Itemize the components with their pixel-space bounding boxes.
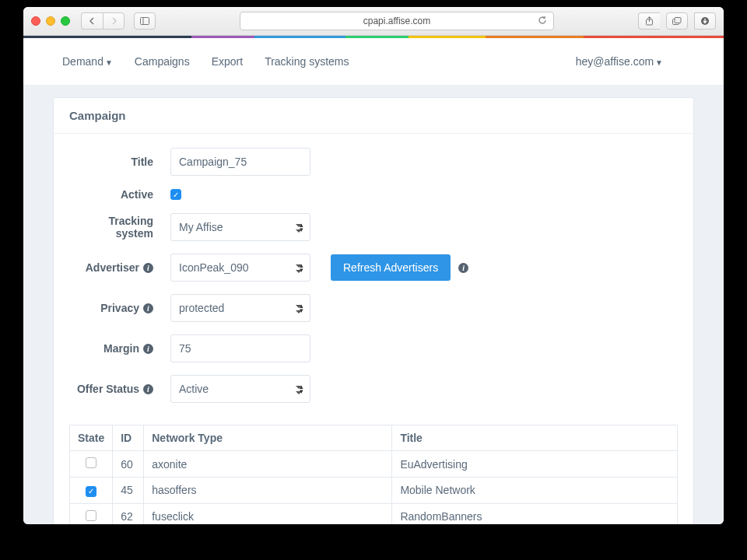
- browser-window: cpapi.affise.com Demand▼ Campaigns Expor…: [23, 7, 724, 524]
- offer-status-select-value: Active: [179, 383, 209, 395]
- row-checkbox[interactable]: [86, 457, 96, 468]
- svg-rect-4: [675, 17, 681, 23]
- table-row: 60axoniteEuAdvertising: [70, 451, 678, 478]
- campaign-panel: Campaign Title Active ✓ Tracking system …: [53, 97, 694, 524]
- share-button[interactable]: [638, 12, 660, 30]
- row-tracking: Tracking system My Affise ▴▾: [69, 213, 678, 241]
- sidebar-toggle-button[interactable]: [134, 12, 156, 30]
- col-network: Network Type: [144, 425, 392, 451]
- maximize-window-icon[interactable]: [61, 16, 70, 26]
- cell-title: RandomBanners: [392, 503, 678, 524]
- main-nav: Demand▼ Campaigns Export Tracking system…: [23, 38, 724, 85]
- label-offer-status-text: Offer Status: [77, 383, 139, 395]
- info-icon[interactable]: i: [458, 263, 468, 273]
- cell-state: [70, 503, 113, 524]
- info-icon[interactable]: i: [143, 263, 153, 273]
- margin-input-wrapper: [170, 334, 310, 362]
- downloads-button[interactable]: [694, 12, 716, 30]
- margin-input[interactable]: [179, 342, 302, 355]
- tracking-select-value: My Affise: [179, 221, 223, 233]
- row-checkbox[interactable]: [86, 510, 96, 521]
- page-body: Campaign Title Active ✓ Tracking system …: [23, 85, 724, 524]
- col-id: ID: [113, 425, 144, 451]
- nav-export[interactable]: Export: [212, 55, 243, 68]
- advertiser-select-value: IconPeak_090: [179, 261, 249, 274]
- label-title: Title: [69, 156, 170, 168]
- label-privacy-text: Privacy: [100, 302, 139, 314]
- cell-network: axonite: [144, 451, 392, 478]
- url-bar[interactable]: cpapi.affise.com: [240, 12, 554, 30]
- title-input-wrapper: [170, 148, 310, 176]
- label-margin-text: Margin: [103, 342, 139, 355]
- row-title: Title: [69, 148, 678, 176]
- offers-table: State ID Network Type Title 60axoniteEuA…: [69, 425, 678, 524]
- table-header-row: State ID Network Type Title: [70, 425, 678, 451]
- cell-state: [70, 451, 113, 478]
- row-privacy: Privacy i protected ▴▾: [69, 294, 678, 322]
- chevron-down-icon: ▼: [655, 58, 663, 67]
- label-advertiser: Advertiser i: [69, 261, 170, 274]
- label-active: Active: [69, 188, 170, 201]
- label-tracking: Tracking system: [69, 215, 170, 240]
- panel-title: Campaign: [54, 98, 693, 134]
- close-window-icon[interactable]: [31, 16, 40, 26]
- select-arrows-icon: ▴▾: [300, 222, 303, 232]
- active-checkbox[interactable]: ✓: [170, 189, 181, 200]
- cell-title: EuAdvertising: [392, 451, 678, 478]
- table-row: ✓45hasoffersMobile Network: [70, 478, 678, 504]
- chevron-down-icon: ▼: [105, 58, 113, 67]
- url-text: cpapi.affise.com: [363, 16, 431, 26]
- label-margin: Margin i: [69, 342, 170, 355]
- label-offer-status: Offer Status i: [69, 383, 170, 395]
- info-icon[interactable]: i: [143, 384, 153, 394]
- table-row: 62fuseclickRandomBanners: [70, 503, 678, 524]
- title-input[interactable]: [179, 156, 302, 168]
- row-checkbox[interactable]: ✓: [86, 486, 96, 497]
- svg-rect-0: [141, 18, 149, 25]
- row-advertiser: Advertiser i IconPeak_090 ▴▾ Refresh Adv…: [69, 254, 678, 282]
- col-state: State: [70, 425, 113, 451]
- nav-tracking-systems[interactable]: Tracking systems: [265, 55, 349, 68]
- cell-id: 45: [113, 478, 144, 504]
- privacy-select-value: protected: [179, 302, 224, 314]
- info-icon[interactable]: i: [143, 303, 153, 313]
- tracking-select[interactable]: My Affise ▴▾: [170, 213, 310, 241]
- user-menu[interactable]: hey@affise.com▼: [576, 55, 663, 68]
- label-privacy: Privacy i: [69, 302, 170, 314]
- col-title: Title: [392, 425, 678, 451]
- refresh-advertisers-button[interactable]: Refresh Advertisers: [331, 254, 451, 281]
- nav-campaigns[interactable]: Campaigns: [135, 55, 190, 68]
- cell-network: fuseclick: [144, 503, 392, 524]
- select-arrows-icon: ▴▾: [300, 263, 303, 272]
- cell-id: 60: [113, 451, 144, 478]
- nav-back-forward: [81, 12, 124, 30]
- window-controls: [31, 16, 70, 26]
- advertiser-select[interactable]: IconPeak_090 ▴▾: [170, 254, 310, 282]
- select-arrows-icon: ▴▾: [300, 384, 303, 394]
- forward-button[interactable]: [103, 12, 124, 30]
- row-active: Active ✓: [69, 188, 678, 201]
- nav-demand-label: Demand: [62, 55, 103, 68]
- info-icon[interactable]: i: [143, 344, 153, 354]
- row-offer-status: Offer Status i Active ▴▾: [69, 375, 678, 403]
- cell-title: Mobile Network: [392, 478, 678, 504]
- label-advertiser-text: Advertiser: [86, 261, 139, 274]
- reload-icon[interactable]: [538, 16, 547, 27]
- tabs-button[interactable]: [666, 12, 688, 30]
- minimize-window-icon[interactable]: [46, 16, 55, 26]
- cell-id: 62: [113, 503, 144, 524]
- privacy-select[interactable]: protected ▴▾: [170, 294, 310, 322]
- select-arrows-icon: ▴▾: [300, 303, 303, 313]
- browser-titlebar: cpapi.affise.com: [23, 7, 724, 36]
- browser-right-controls: [638, 12, 716, 30]
- cell-network: hasoffers: [144, 478, 392, 504]
- user-email: hey@affise.com: [576, 55, 654, 68]
- campaign-form: Title Active ✓ Tracking system My Affise…: [54, 134, 693, 425]
- row-margin: Margin i: [69, 334, 678, 362]
- offer-status-select[interactable]: Active ▴▾: [170, 375, 310, 403]
- nav-demand[interactable]: Demand▼: [62, 55, 113, 68]
- cell-state: ✓: [70, 478, 113, 504]
- back-button[interactable]: [81, 12, 103, 30]
